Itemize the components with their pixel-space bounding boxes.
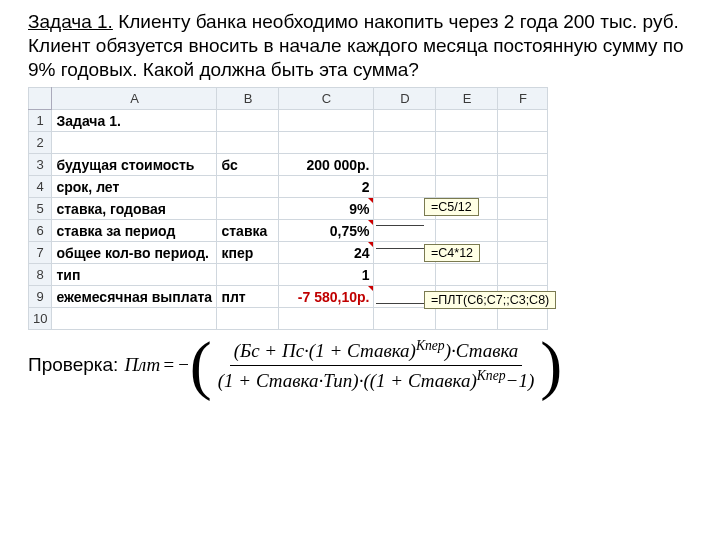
cell[interactable]: 2 xyxy=(279,176,374,198)
cell[interactable]: будущая стоимость xyxy=(52,154,217,176)
row-header[interactable]: 6 xyxy=(29,220,52,242)
check-label: Проверка: xyxy=(28,354,118,376)
spreadsheet-area: A B C D E F 1Задача 1. 2 3будущая стоимо… xyxy=(28,87,692,330)
col-header[interactable]: C xyxy=(279,88,374,110)
col-header[interactable]: D xyxy=(374,88,436,110)
col-header[interactable]: B xyxy=(217,88,279,110)
cell[interactable]: 1 xyxy=(279,264,374,286)
col-header[interactable]: A xyxy=(52,88,217,110)
col-header[interactable]: F xyxy=(498,88,548,110)
cell[interactable]: тип xyxy=(52,264,217,286)
formula-callout: =C4*12 xyxy=(424,244,480,262)
cell[interactable]: плт xyxy=(217,286,279,308)
verification-formula: Плт = − ( (Бс + Пс·(1 + Ставка)Кпер)·Ста… xyxy=(124,338,562,392)
cell[interactable]: 0,75% xyxy=(279,220,374,242)
row-header[interactable]: 10 xyxy=(29,308,52,330)
col-header[interactable]: E xyxy=(436,88,498,110)
row-header[interactable]: 5 xyxy=(29,198,52,220)
callout-arrow xyxy=(376,303,424,304)
cell[interactable]: -7 580,10р. xyxy=(279,286,374,308)
row-header[interactable]: 3 xyxy=(29,154,52,176)
problem-label: Задача 1. xyxy=(28,11,113,32)
callout-arrow xyxy=(376,225,424,226)
row-header[interactable]: 1 xyxy=(29,110,52,132)
problem-text: Задача 1. Клиенту банка необходимо накоп… xyxy=(28,10,692,81)
cell[interactable]: Задача 1. xyxy=(52,110,217,132)
row-header[interactable]: 8 xyxy=(29,264,52,286)
cell[interactable]: бс xyxy=(217,154,279,176)
cell[interactable]: ежемесячная выплата xyxy=(52,286,217,308)
cell[interactable]: срок, лет xyxy=(52,176,217,198)
row-header[interactable]: 4 xyxy=(29,176,52,198)
cell[interactable]: кпер xyxy=(217,242,279,264)
callout-arrow xyxy=(376,248,424,249)
row-header[interactable]: 7 xyxy=(29,242,52,264)
cell[interactable]: общее кол-во период. xyxy=(52,242,217,264)
formula-callout: =C5/12 xyxy=(424,198,479,216)
corner-cell xyxy=(29,88,52,110)
cell[interactable]: 200 000р. xyxy=(279,154,374,176)
formula-callout: =ПЛТ(C6;C7;;C3;C8) xyxy=(424,291,556,309)
cell[interactable]: 24 xyxy=(279,242,374,264)
row-header[interactable]: 2 xyxy=(29,132,52,154)
cell[interactable]: ставка, годовая xyxy=(52,198,217,220)
cell[interactable]: ставка xyxy=(217,220,279,242)
row-header[interactable]: 9 xyxy=(29,286,52,308)
cell[interactable]: ставка за период xyxy=(52,220,217,242)
cell[interactable]: 9% xyxy=(279,198,374,220)
